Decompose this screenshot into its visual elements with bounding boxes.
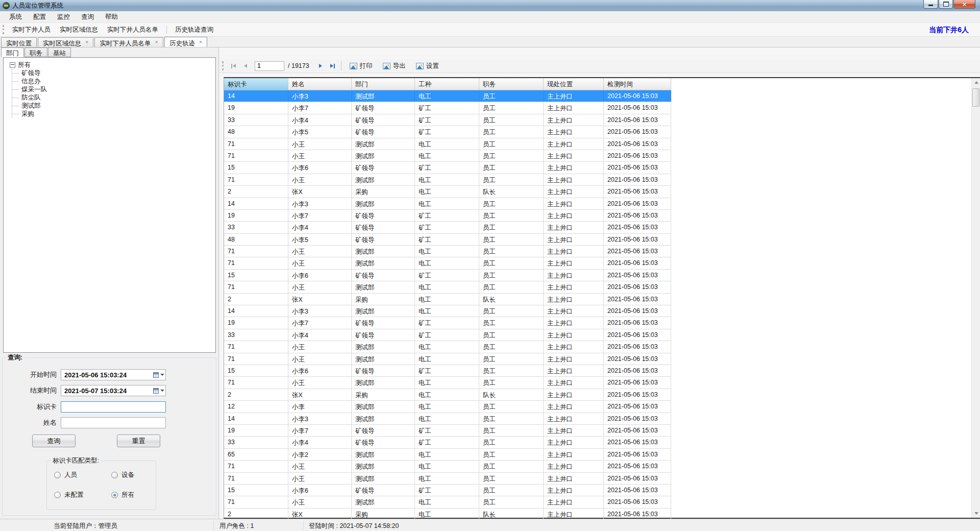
last-page-button[interactable] (327, 61, 339, 71)
close-icon[interactable]: × (155, 39, 158, 45)
table-row[interactable]: 15小李6矿领导矿工员工主上井口2021-05-06 15:03 (224, 270, 671, 281)
tab[interactable]: 历史轨迹× (164, 37, 207, 47)
table-row[interactable]: 33小李4矿领导矿工员工主上井口2021-05-06 15:03 (224, 437, 671, 448)
table-row[interactable]: 15小李6矿领导矿工员工主上井口2021-05-06 15:03 (224, 485, 671, 496)
table-row[interactable]: 19小李7矿领导矿工员工主上井口2021-05-06 15:03 (224, 102, 671, 114)
menu-item[interactable]: 查询 (76, 11, 100, 23)
scrollbar-thumb[interactable] (972, 88, 979, 107)
table-row[interactable]: 33小李4矿领导矿工员工主上井口2021-05-06 15:03 (224, 329, 671, 341)
scroll-down-button[interactable] (972, 509, 980, 518)
table-row[interactable]: 71小王测试部电工员工主上井口2021-05-06 15:03 (224, 138, 671, 150)
table-row[interactable]: 71小王测试部电工员工主上井口2021-05-06 15:03 (224, 496, 671, 508)
page-number-input[interactable] (255, 61, 284, 71)
menu-item[interactable]: 配置 (28, 11, 52, 23)
calendar-dropdown-icon[interactable] (151, 387, 164, 395)
tree-item[interactable]: 采购 (12, 110, 213, 118)
pager-button[interactable]: 导出 (379, 60, 409, 72)
toolbar-button[interactable]: 实时下井人员名单 (103, 23, 163, 36)
column-header[interactable]: 工种 (415, 78, 479, 90)
tree-item-root[interactable]: 所有 (10, 61, 213, 69)
side-tab[interactable]: 基站 (48, 47, 71, 57)
toolbar-button[interactable]: 实时区域信息 (55, 23, 103, 36)
table-row[interactable]: 33小李4矿领导矿工员工主上井口2021-05-06 15:03 (224, 114, 671, 126)
table-cell: 小李4 (288, 222, 352, 233)
close-button[interactable]: × (953, 0, 975, 9)
radio-option[interactable]: 未配置 (54, 490, 111, 499)
table-row[interactable]: 15小李6矿领导矿工员工主上井口2021-05-06 15:03 (224, 162, 671, 174)
column-header[interactable]: 部门 (352, 78, 415, 90)
first-page-button[interactable] (227, 61, 239, 71)
collapse-minus-icon[interactable] (10, 62, 15, 68)
table-row[interactable]: 14小李3测试部电工员工主上井口2021-05-06 15:03 (224, 413, 671, 425)
datetime-input[interactable] (61, 369, 166, 380)
table-row[interactable]: 12小李测试部电工员工主上井口2021-05-06 15:03 (224, 401, 671, 413)
text-input[interactable] (61, 401, 166, 413)
table-row[interactable]: 71小王测试部电工员工主上井口2021-05-06 15:03 (224, 341, 671, 353)
side-tab[interactable]: 职务 (24, 47, 47, 57)
tree-item[interactable]: 测试部 (12, 102, 213, 110)
calendar-dropdown-icon[interactable] (151, 371, 164, 379)
table-row[interactable]: 71小王测试部电工员工主上井口2021-05-06 15:03 (224, 281, 671, 293)
table-row[interactable]: 19小李7矿领导矿工员工主上井口2021-05-06 15:03 (224, 317, 671, 329)
prev-page-button[interactable] (239, 61, 252, 71)
radio-option[interactable]: 设备 (111, 470, 152, 479)
pager-button[interactable]: 打印 (346, 60, 376, 72)
text-input[interactable] (61, 417, 166, 428)
vertical-scrollbar[interactable] (971, 78, 980, 518)
column-header[interactable]: 姓名 (288, 78, 352, 90)
table-row[interactable]: 65小李2测试部电工员工主上井口2021-05-06 15:03 (224, 449, 671, 461)
table-row[interactable]: 14小李3测试部电工员工主上井口2021-05-06 15:03 (224, 90, 671, 102)
table-row[interactable]: 14小李3测试部电工员工主上井口2021-05-06 15:03 (224, 198, 671, 210)
next-page-button[interactable] (314, 61, 327, 71)
column-header[interactable]: 检测时间 (604, 78, 671, 90)
toolbar-button[interactable]: 历史轨迹查询 (170, 23, 218, 36)
table-body: 14小李3测试部电工员工主上井口2021-05-06 15:0319小李7矿领导… (224, 90, 671, 520)
table-row[interactable]: 71小王测试部电工员工主上井口2021-05-06 15:03 (224, 353, 671, 365)
table-row[interactable]: 2张X采购电工队长主上井口2021-05-06 15:03 (224, 294, 671, 305)
tab[interactable]: 实时区域信息× (38, 37, 93, 47)
reset-button[interactable]: 重置 (117, 435, 160, 447)
datetime-input[interactable] (61, 385, 166, 396)
table-row[interactable]: 71小王测试部电工员工主上井口2021-05-06 15:03 (224, 377, 671, 389)
menu-item[interactable]: 监控 (52, 11, 76, 23)
tree-item[interactable]: 防尘队 (12, 93, 213, 102)
column-header[interactable]: 职务 (479, 78, 544, 90)
maximize-button[interactable] (939, 0, 953, 9)
scroll-up-button[interactable] (972, 78, 980, 87)
menu-item[interactable]: 帮助 (100, 11, 124, 23)
table-row[interactable]: 15小李6矿领导矿工员工主上井口2021-05-06 15:03 (224, 365, 671, 377)
tab[interactable]: 实时下井人员名单× (94, 37, 163, 47)
toolbar-button[interactable]: 实时下井人员 (8, 23, 55, 36)
menu-item[interactable]: 系统 (4, 11, 28, 23)
table-row[interactable]: 19小李7矿领导矿工员工主上井口2021-05-06 15:03 (224, 210, 671, 222)
close-icon[interactable]: × (199, 39, 202, 45)
table-row[interactable]: 71小王测试部电工员工主上井口2021-05-06 15:03 (224, 257, 671, 269)
pager-toolbar-grip[interactable] (222, 61, 224, 70)
table-row[interactable]: 48小李5矿领导矿工员工主上井口2021-05-06 15:03 (224, 234, 671, 246)
tree-item[interactable]: 信息办 (12, 77, 213, 85)
table-row[interactable]: 33小李4矿领导矿工员工主上井口2021-05-06 15:03 (224, 222, 671, 233)
side-tab[interactable]: 部门 (1, 47, 24, 57)
table-row[interactable]: 19小李7矿领导矿工员工主上井口2021-05-06 15:03 (224, 425, 671, 437)
table-row[interactable]: 48小李5矿领导矿工员工主上井口2021-05-06 15:03 (224, 126, 671, 138)
column-header[interactable]: 标识卡 (224, 78, 288, 90)
tree-item[interactable]: 矿领导 (12, 69, 213, 77)
table-row[interactable]: 71小王测试部电工员工主上井口2021-05-06 15:03 (224, 473, 671, 485)
table-row[interactable]: 71小王测试部电工员工主上井口2021-05-06 15:03 (224, 246, 671, 257)
table-row[interactable]: 14小李3测试部电工员工主上井口2021-05-06 15:03 (224, 305, 671, 317)
tree-item[interactable]: 煤采一队 (12, 85, 213, 93)
table-row[interactable]: 71小王测试部电工员工主上井口2021-05-06 15:03 (224, 174, 671, 186)
table-row[interactable]: 2张X采购电工队长主上井口2021-05-06 15:03 (224, 389, 671, 401)
tab[interactable]: 实时位置 (1, 37, 37, 47)
table-row[interactable]: 71小王测试部电工员工主上井口2021-05-06 15:03 (224, 150, 671, 162)
radio-option[interactable]: 人员 (54, 470, 111, 479)
radio-option[interactable]: 所有 (111, 490, 152, 499)
column-header[interactable]: 现处位置 (544, 78, 604, 90)
toolbar-grip[interactable] (3, 25, 4, 34)
search-button[interactable]: 查询 (32, 435, 76, 447)
minimize-button[interactable] (923, 0, 938, 9)
pager-button[interactable]: 设置 (412, 60, 443, 72)
table-row[interactable]: 2张X采购电工队长主上井口2021-05-06 15:03 (224, 186, 671, 198)
close-icon[interactable]: × (85, 39, 88, 45)
table-row[interactable]: 71小王测试部电工员工主上井口2021-05-06 15:03 (224, 461, 671, 472)
